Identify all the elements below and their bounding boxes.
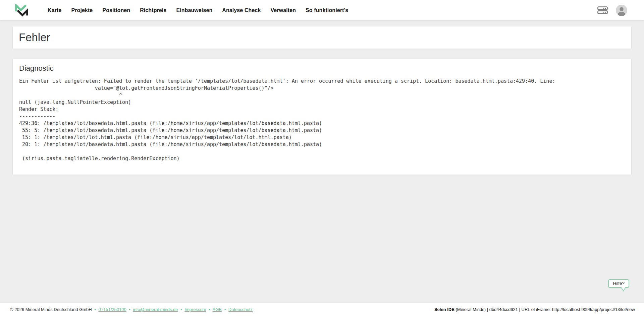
copyright-text: © 2026 Mineral Minds Deutschland GmbH xyxy=(10,307,92,312)
main-content: Fehler Diagnostic Ein Fehler ist aufgetr… xyxy=(0,20,644,175)
page-title: Fehler xyxy=(19,31,50,44)
impressum-link[interactable]: Impressum xyxy=(184,307,206,312)
footer-left: © 2026 Mineral Minds Deutschland GmbH • … xyxy=(10,307,253,312)
footer: © 2026 Mineral Minds Deutschland GmbH • … xyxy=(0,303,644,316)
help-button[interactable]: Hilfe? xyxy=(608,279,629,288)
nav-item-projekte[interactable]: Projekte xyxy=(71,7,93,13)
user-avatar-icon xyxy=(616,5,627,16)
diagnostic-line: (sirius.pasta.tagliatelle.rendering.Rend… xyxy=(19,155,625,162)
separator-dot: • xyxy=(224,307,226,312)
diagnostic-line xyxy=(19,148,625,155)
footer-right: Selen IDE (Mineral Minds) | dbd44dccd621… xyxy=(434,307,635,312)
phone-link[interactable]: 07151/250100 xyxy=(99,307,126,312)
nav-item-einbauweisen[interactable]: Einbauweisen xyxy=(176,7,212,13)
nav-item-karte[interactable]: Karte xyxy=(48,7,61,13)
top-bar: Karte Projekte Positionen Richtpreis Ein… xyxy=(0,0,644,20)
nav-item-analyse-check[interactable]: Analyse Check xyxy=(222,7,261,13)
main-nav: Karte Projekte Positionen Richtpreis Ein… xyxy=(48,7,348,13)
mineral-minds-logo-icon xyxy=(15,4,28,17)
separator-dot: • xyxy=(129,307,130,312)
user-avatar[interactable] xyxy=(616,5,627,16)
server-icon xyxy=(597,6,608,14)
top-actions xyxy=(597,5,627,16)
diagnostic-line: 429:36: /templates/lot/basedata.html.pas… xyxy=(19,120,625,127)
nav-item-richtpreis[interactable]: Richtpreis xyxy=(140,7,166,13)
diagnostic-line: value="@lot.getFrontendJsonStringForMate… xyxy=(19,85,625,92)
diagnostic-output: Ein Fehler ist aufgetreten: Failed to re… xyxy=(19,78,625,162)
datenschutz-link[interactable]: Datenschutz xyxy=(228,307,253,312)
nav-item-positionen[interactable]: Positionen xyxy=(102,7,130,13)
diagnostic-line: 20: 1: /templates/lot/basedata.html.past… xyxy=(19,141,625,148)
diagnostic-line: ^ xyxy=(19,92,625,99)
iframe-info: (Mineral Minds) | dbd44dccd621 | URL of … xyxy=(454,307,635,312)
diagnostic-line: Ein Fehler ist aufgetreten: Failed to re… xyxy=(19,78,625,85)
separator-dot: • xyxy=(180,307,182,312)
agb-link[interactable]: AGB xyxy=(213,307,222,312)
error-title-card: Fehler xyxy=(13,26,631,49)
diagnostic-line: 15: 1: /templates/lot/lot.html.pasta (fi… xyxy=(19,134,625,141)
app-name: Selen IDE xyxy=(434,307,454,312)
nav-item-verwalten[interactable]: Verwalten xyxy=(270,7,296,13)
email-link[interactable]: info@mineral-minds.de xyxy=(133,307,178,312)
server-button[interactable] xyxy=(597,6,608,14)
diagnostic-line: null (java.lang.NullPointerException) xyxy=(19,99,625,106)
separator-dot: • xyxy=(209,307,210,312)
diagnostic-card: Diagnostic Ein Fehler ist aufgetreten: F… xyxy=(13,59,631,175)
diagnostic-line: ------------ xyxy=(19,113,625,120)
diagnostic-line: Render Stack: xyxy=(19,106,625,113)
mineral-minds-logo[interactable] xyxy=(15,4,28,17)
diagnostic-heading: Diagnostic xyxy=(19,64,625,73)
nav-item-so-funktionierts[interactable]: So funktioniert's xyxy=(306,7,348,13)
diagnostic-line: 55: 5: /templates/lot/basedata.html.past… xyxy=(19,127,625,134)
separator-dot: • xyxy=(94,307,96,312)
